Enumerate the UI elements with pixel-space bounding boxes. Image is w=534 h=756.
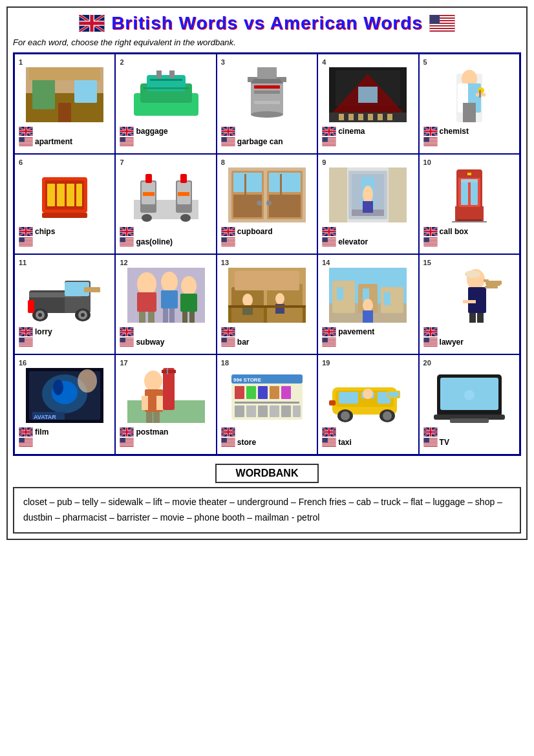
svg-rect-313: [163, 308, 168, 323]
svg-rect-449: [163, 368, 175, 410]
us-word-7: gas(oline): [136, 237, 173, 246]
us-word-row-6: [19, 237, 35, 246]
svg-rect-522: [323, 431, 336, 433]
svg-rect-394: [463, 300, 476, 303]
svg-rect-46: [144, 87, 189, 89]
svg-rect-14: [429, 27, 454, 28]
svg-rect-194: [120, 237, 125, 242]
svg-point-343: [275, 293, 284, 305]
svg-rect-397: [486, 283, 500, 286]
svg-rect-66: [257, 67, 277, 79]
svg-rect-158: [19, 231, 33, 233]
svg-rect-21: [58, 103, 71, 122]
svg-rect-318: [189, 312, 195, 323]
cell-9: 9: [317, 154, 418, 254]
svg-rect-20: [74, 80, 97, 103]
svg-rect-387: [323, 344, 336, 345]
svg-point-424: [78, 369, 97, 393]
uk-word-row-7: [120, 227, 136, 236]
svg-point-311: [161, 272, 178, 292]
svg-rect-145: [47, 184, 55, 206]
svg-rect-332: [120, 343, 134, 343]
svg-rect-327: [120, 331, 134, 333]
cell-19: 19: [317, 354, 418, 455]
cell-14: 14: [317, 254, 418, 354]
cell-2: 2: [115, 54, 216, 154]
svg-rect-445: [146, 412, 153, 423]
svg-rect-172: [145, 174, 152, 183]
svg-rect-381: [323, 331, 336, 333]
uk-flag-title: [79, 15, 105, 32]
svg-rect-440: [19, 446, 33, 446]
uk-word-row-1: [19, 127, 35, 136]
svg-rect-413: [423, 343, 437, 343]
img-8: [221, 167, 313, 222]
svg-rect-551: [423, 446, 437, 446]
svg-rect-248: [323, 237, 328, 242]
svg-point-341: [242, 294, 253, 307]
svg-rect-465: [120, 443, 134, 444]
svg-rect-310: [148, 312, 155, 323]
us-word-row-9: elevator: [322, 237, 368, 246]
img-6: [19, 167, 111, 222]
svg-text:99¢ STORE: 99¢ STORE: [233, 377, 262, 383]
svg-rect-61: [120, 144, 134, 144]
svg-marker-67: [251, 79, 283, 83]
svg-rect-86: [221, 142, 235, 143]
svg-rect-303: [19, 344, 33, 345]
svg-point-421: [53, 380, 63, 395]
img-1: [19, 67, 111, 122]
img-7: [120, 167, 211, 222]
svg-rect-276: [423, 237, 429, 242]
us-word-row-3: garbage can: [221, 137, 283, 146]
svg-rect-368: [337, 287, 343, 300]
us-word-row-4: [322, 137, 338, 146]
uk-word-row-12: [120, 327, 136, 336]
svg-rect-219: [221, 243, 235, 243]
svg-rect-166: [19, 237, 25, 242]
svg-rect-115: [323, 144, 336, 144]
svg-rect-69: [254, 91, 280, 94]
svg-rect-259: [452, 221, 487, 222]
svg-rect-252: [461, 179, 468, 205]
img-16: AVATAR: [19, 368, 111, 423]
svg-rect-273: [423, 243, 437, 243]
uk-word-row-11: lorry: [19, 327, 52, 336]
us-flag-title: [429, 15, 455, 32]
uk-word-row-9: [322, 227, 338, 236]
uk-word-row-13: [221, 327, 237, 336]
us-word-row-5: [423, 137, 440, 146]
svg-rect-68: [254, 85, 280, 89]
svg-rect-139: [423, 142, 437, 143]
uk-word-row-3: [221, 127, 237, 136]
svg-rect-122: [463, 103, 476, 122]
svg-rect-98: [368, 114, 373, 120]
img-14: [322, 268, 414, 323]
svg-rect-335: [120, 338, 125, 342]
svg-rect-340: [235, 271, 299, 290]
svg-rect-309: [139, 312, 145, 323]
svg-rect-408: [423, 331, 437, 333]
svg-rect-476: [281, 386, 291, 399]
uk-word-2: baggage: [136, 127, 167, 136]
wordbank-text: closet – pub – telly – sidewalk – lift –…: [23, 497, 502, 523]
img-20: [423, 368, 515, 423]
svg-rect-389: [323, 338, 328, 342]
svg-rect-362: [221, 338, 226, 342]
svg-rect-221: [221, 245, 235, 246]
svg-point-507: [341, 411, 350, 420]
svg-rect-297: [19, 331, 33, 333]
svg-rect-60: [120, 142, 134, 143]
uk-word-17: postman: [136, 427, 168, 437]
page-title: British Words vs American Words: [111, 13, 423, 34]
svg-rect-497: [221, 443, 235, 444]
svg-rect-477: [235, 402, 299, 404]
img-5: [423, 67, 515, 122]
svg-rect-433: [19, 431, 33, 433]
cell-17: 17: [115, 354, 216, 455]
svg-rect-287: [28, 300, 34, 313]
svg-rect-228: [329, 167, 347, 222]
svg-rect-13: [429, 24, 454, 25]
svg-rect-246: [323, 244, 336, 244]
svg-rect-511: [389, 392, 399, 397]
